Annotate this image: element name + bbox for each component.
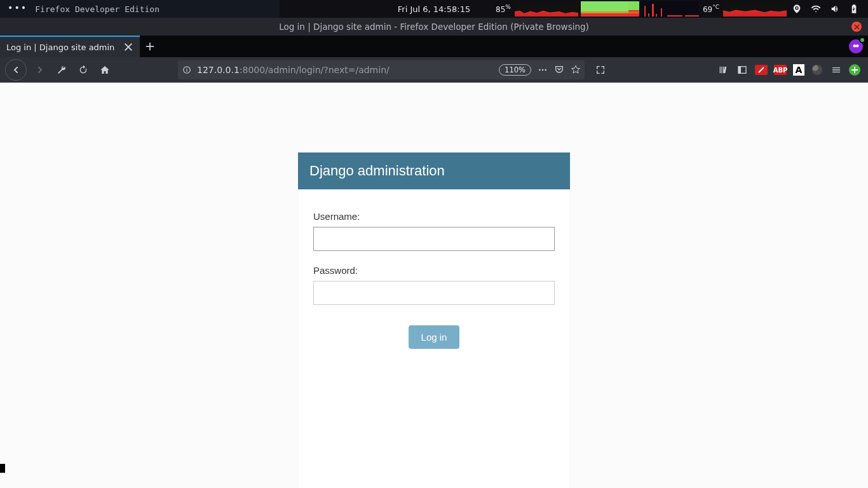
wifi-icon[interactable] (811, 4, 821, 14)
library-icon[interactable] (717, 64, 729, 76)
desktop-top-panel: ••• Firefox Developer Edition Fri Jul 6,… (0, 0, 868, 18)
page-action-menu-icon[interactable] (538, 65, 548, 75)
firefox-title-bar: Log in | Django site admin - Firefox Dev… (0, 18, 868, 36)
pocket-icon[interactable] (554, 65, 564, 75)
volume-icon[interactable] (830, 4, 840, 14)
extension-badge-1[interactable] (755, 65, 768, 75)
panel-app-menu-icon[interactable]: ••• (5, 3, 30, 15)
svg-point-3 (539, 69, 541, 71)
username-label: Username: (313, 211, 555, 222)
password-input[interactable] (313, 281, 555, 305)
app-menu-button[interactable] (830, 64, 843, 76)
svg-rect-1 (186, 69, 187, 72)
toolbar-right: ABP A (717, 64, 863, 76)
extension-update-button[interactable] (849, 64, 860, 76)
submit-row: Log in (313, 325, 555, 349)
edge-artifact (0, 464, 5, 473)
panel-left: ••• Firefox Developer Edition (0, 0, 280, 18)
reload-button[interactable] (74, 60, 93, 79)
panel-terminal-background: ••• Firefox Developer Edition (0, 0, 280, 18)
battery-indicator[interactable]: 85% (493, 0, 513, 18)
extension-font-badge[interactable]: A (793, 64, 804, 76)
panel-app-label[interactable]: Firefox Developer Edition (35, 4, 159, 14)
system-graph-cpu[interactable] (515, 1, 578, 17)
location-icon[interactable] (792, 4, 802, 14)
panel-status-icons (788, 4, 868, 14)
system-graph-net[interactable] (642, 1, 699, 17)
password-label: Password: (313, 265, 555, 276)
username-group: Username: (313, 211, 555, 251)
login-card: Django administration Username: Password… (298, 152, 570, 488)
extension-abp-badge[interactable]: ABP (774, 65, 787, 75)
firefox-nav-bar: 127.0.0.1:8000/admin/login/?next=/admin/… (0, 57, 868, 83)
window-title: Log in | Django site admin - Firefox Dev… (279, 22, 589, 32)
home-button[interactable] (95, 60, 114, 79)
tab-title: Log in | Django site admin (6, 43, 114, 52)
site-header: Django administration (298, 152, 570, 189)
back-button[interactable] (5, 59, 27, 81)
power-battery-icon[interactable] (849, 4, 859, 14)
new-tab-button[interactable] (140, 36, 160, 57)
bookmark-star-icon[interactable] (571, 65, 581, 75)
password-group: Password: (313, 265, 555, 305)
extension-gnome-icon[interactable] (811, 64, 824, 76)
svg-point-4 (542, 69, 544, 71)
svg-point-5 (545, 69, 546, 71)
login-form: Username: Password: Log in (298, 189, 570, 374)
firefox-tab-strip: Log in | Django site admin (0, 36, 868, 57)
devtools-button[interactable] (52, 60, 71, 79)
tab-close-button[interactable] (123, 42, 133, 52)
zoom-indicator[interactable]: 110% (499, 64, 531, 76)
temperature-indicator[interactable]: 69°C (700, 0, 722, 18)
page-content: Django administration Username: Password… (0, 83, 868, 488)
sidebar-toggle-icon[interactable] (736, 64, 749, 76)
extension-update-dot-icon (859, 37, 865, 43)
fullscreen-button[interactable] (591, 60, 610, 79)
browser-tab-active[interactable]: Log in | Django site admin (0, 36, 140, 57)
forward-button (31, 60, 50, 79)
site-info-icon[interactable] (182, 65, 192, 75)
system-graph-temp[interactable] (723, 1, 787, 17)
system-graph-memory[interactable] (581, 1, 639, 17)
panel-clock[interactable]: Fri Jul 6, 14:58:15 (398, 0, 470, 18)
url-bar[interactable]: 127.0.0.1:8000/admin/login/?next=/admin/… (178, 60, 585, 79)
svg-rect-2 (186, 68, 187, 69)
login-button[interactable]: Log in (409, 325, 460, 349)
window-close-button[interactable] (851, 22, 862, 32)
svg-rect-7 (738, 67, 741, 74)
username-input[interactable] (313, 227, 555, 251)
url-text: 127.0.0.1:8000/admin/login/?next=/admin/ (197, 65, 390, 75)
